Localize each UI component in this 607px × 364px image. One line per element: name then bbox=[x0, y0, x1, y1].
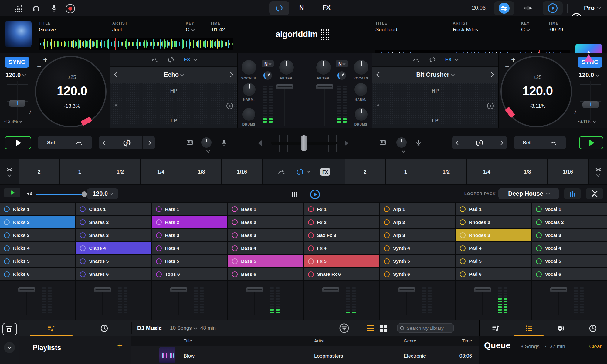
looper-cell-1-2[interactable]: 1/2 bbox=[426, 159, 466, 184]
deck2-drums-knob[interactable] bbox=[354, 108, 368, 121]
sampler-pad-snares-3[interactable]: Snares 3 bbox=[76, 229, 151, 241]
deck1-volume-fader[interactable] bbox=[276, 84, 293, 126]
channel-fader-handle[interactable] bbox=[322, 287, 339, 292]
deck1-play-button[interactable] bbox=[5, 136, 31, 149]
column-title[interactable]: Title bbox=[184, 338, 192, 343]
sampler-pad-fx-4[interactable]: Fx 4 bbox=[304, 242, 379, 254]
chevron-down-icon[interactable] bbox=[402, 149, 405, 153]
pitch-bend-plus[interactable]: + bbox=[511, 55, 516, 64]
pad-grid-icon[interactable] bbox=[291, 191, 297, 197]
sampler-pad-vocal-6[interactable]: Vocal 6 bbox=[532, 268, 607, 280]
sampler-sync-icon[interactable] bbox=[310, 190, 320, 199]
sampler-pad-fx-1[interactable]: Fx 1 bbox=[304, 203, 379, 215]
looper-cell-1-16[interactable]: 1/16 bbox=[548, 159, 588, 184]
looper-cell-1-8[interactable]: 1/8 bbox=[507, 159, 548, 184]
sampler-play-button[interactable] bbox=[4, 188, 20, 197]
sampler-pad-fx-5[interactable]: Fx 5 bbox=[304, 255, 379, 267]
tab-history-clock-icon[interactable] bbox=[100, 324, 108, 332]
sampler-pad-arp-3[interactable]: Arp 3 bbox=[380, 229, 455, 241]
sampler-pad-rhodes-2[interactable]: Rhodes 2 bbox=[456, 216, 531, 228]
sampler-pad-vocal-1[interactable]: Vocal 1 bbox=[532, 203, 607, 215]
sampler-pad-fx-2[interactable]: Fx 2 bbox=[304, 216, 379, 228]
deck2-filter-knob[interactable] bbox=[316, 60, 331, 75]
deck1-neural-mode-button[interactable]: N bbox=[262, 60, 274, 67]
deck2-harmonic-knob[interactable] bbox=[354, 83, 368, 96]
deck1-vocals-knob[interactable] bbox=[241, 60, 256, 75]
fx-next-arrow[interactable] bbox=[228, 72, 233, 77]
filter-funnel-icon[interactable] bbox=[339, 323, 349, 333]
pitch-bend-minus[interactable]: − bbox=[505, 62, 510, 71]
deck2-cue-jump-button[interactable] bbox=[540, 136, 566, 149]
loop-sync-select[interactable] bbox=[296, 168, 310, 176]
sampler-pad-vocal-3[interactable]: Vocal 3 bbox=[532, 229, 607, 241]
sampler-pad-hats-3[interactable]: Hats 3 bbox=[152, 229, 227, 241]
deck2-gain-knob[interactable] bbox=[396, 137, 407, 148]
cue-jump-icon[interactable] bbox=[277, 168, 285, 176]
sampler-pad-kicks-6[interactable]: Kicks 6 bbox=[0, 268, 75, 280]
sampler-pad-synth-6[interactable]: Synth 6 bbox=[380, 268, 455, 280]
fx-name-select[interactable]: Echo bbox=[119, 71, 229, 78]
sampler-pad-snare-fx-6[interactable]: Snare Fx 6 bbox=[304, 268, 379, 280]
tempo-slider-thumb[interactable] bbox=[9, 100, 25, 107]
collapse-panel-button[interactable] bbox=[586, 188, 603, 199]
sampler-pad-kicks-1[interactable]: Kicks 1 bbox=[0, 203, 75, 215]
table-row[interactable]: Blow Loopmasters Electronic 03:06 bbox=[131, 346, 479, 364]
deck1-harmonic-knob[interactable] bbox=[242, 83, 256, 96]
sampler-pad-bass-2[interactable]: Bass 2 bbox=[228, 216, 303, 228]
looper-cell-1[interactable]: 1 bbox=[60, 159, 100, 184]
sampler-pad-bass-3[interactable]: Bass 3 bbox=[228, 229, 303, 241]
looper-cell-2[interactable]: 2 bbox=[345, 159, 385, 184]
sampler-pad-bass-6[interactable]: Bass 6 bbox=[228, 268, 303, 280]
mixer-settings-button[interactable] bbox=[494, 1, 514, 15]
sampler-pad-kicks-5[interactable]: Kicks 5 bbox=[0, 255, 75, 267]
volume-slider-thumb[interactable] bbox=[82, 191, 87, 197]
deck1-filter-knob[interactable] bbox=[279, 60, 294, 75]
sampler-pad-hats-2[interactable]: Hats 2 bbox=[152, 216, 227, 228]
channel-fader-handle[interactable] bbox=[246, 287, 263, 292]
deck2-volume-fader[interactable] bbox=[316, 84, 333, 126]
deck1-bpm-select[interactable]: 120.0 bbox=[5, 72, 25, 79]
sampler-pad-hats-5[interactable]: Hats 5 bbox=[152, 255, 227, 267]
sampler-pad-hats-4[interactable]: Hats 4 bbox=[152, 242, 227, 254]
channel-fader-handle[interactable] bbox=[170, 287, 187, 292]
sampler-volume-slider[interactable] bbox=[36, 194, 84, 195]
column-artist[interactable]: Artist bbox=[314, 338, 324, 343]
fx-name-select[interactable]: Bit Crusher bbox=[381, 71, 490, 78]
sampler-pad-pad-5[interactable]: Pad 5 bbox=[456, 255, 531, 267]
add-playlist-button[interactable]: + bbox=[117, 341, 123, 352]
looper-cell-1[interactable]: 1 bbox=[386, 159, 426, 184]
sampler-pad-arp-2[interactable]: Arp 2 bbox=[380, 216, 455, 228]
microphone-icon[interactable] bbox=[50, 4, 58, 12]
library-song-count[interactable]: 10 Songs bbox=[170, 325, 197, 331]
tab-queue-music-icon[interactable] bbox=[492, 324, 500, 332]
looper-fx-button[interactable]: FX bbox=[320, 168, 330, 176]
sampler-pad-bass-5[interactable]: Bass 5 bbox=[228, 255, 303, 267]
fx-next-arrow[interactable] bbox=[489, 72, 494, 77]
sampler-pad-kicks-4[interactable]: Kicks 4 bbox=[0, 242, 75, 254]
sampler-pad-pad-4[interactable]: Pad 4 bbox=[456, 242, 531, 254]
fx-xy-pad[interactable]: HP LP bbox=[372, 83, 498, 128]
tab-playlists-music-icon[interactable] bbox=[47, 324, 55, 332]
deck2-pitch-percent[interactable]: -3.11% bbox=[578, 119, 595, 124]
looper-cell-1-16[interactable]: 1/16 bbox=[222, 159, 262, 184]
library-source-title[interactable]: DJ Music bbox=[137, 325, 162, 332]
pitch-bend-plus[interactable]: + bbox=[43, 55, 48, 64]
sampler-pad-bass-1[interactable]: Bass 1 bbox=[228, 203, 303, 215]
looper-cell-2[interactable]: 2 bbox=[19, 159, 59, 184]
deck1-tempo-slider[interactable] bbox=[7, 81, 28, 120]
keyboard-shortcuts-icon[interactable] bbox=[379, 139, 387, 146]
sampler-pad-rhodes-3[interactable]: Rhodes 3 bbox=[456, 229, 531, 241]
sampler-pad-pad-6[interactable]: Pad 6 bbox=[456, 268, 531, 280]
channel-fader-handle[interactable] bbox=[94, 287, 111, 292]
deck1-album-art[interactable] bbox=[5, 21, 32, 47]
keylock-note-icon[interactable]: ♪ bbox=[574, 109, 577, 115]
sampler-pad-vocal-5[interactable]: Vocal 5 bbox=[532, 255, 607, 267]
loop-double-button[interactable] bbox=[143, 136, 155, 149]
waveform-view-icon[interactable] bbox=[524, 4, 533, 12]
tab-decks-disc-icon[interactable] bbox=[557, 324, 565, 332]
loop-half-button[interactable] bbox=[452, 136, 464, 149]
loop-half-button[interactable] bbox=[99, 136, 111, 149]
channel-fader-handle[interactable] bbox=[18, 287, 35, 292]
deck2-set-cue-button[interactable]: Set bbox=[514, 136, 540, 149]
crossfader-thumb[interactable] bbox=[301, 135, 307, 151]
